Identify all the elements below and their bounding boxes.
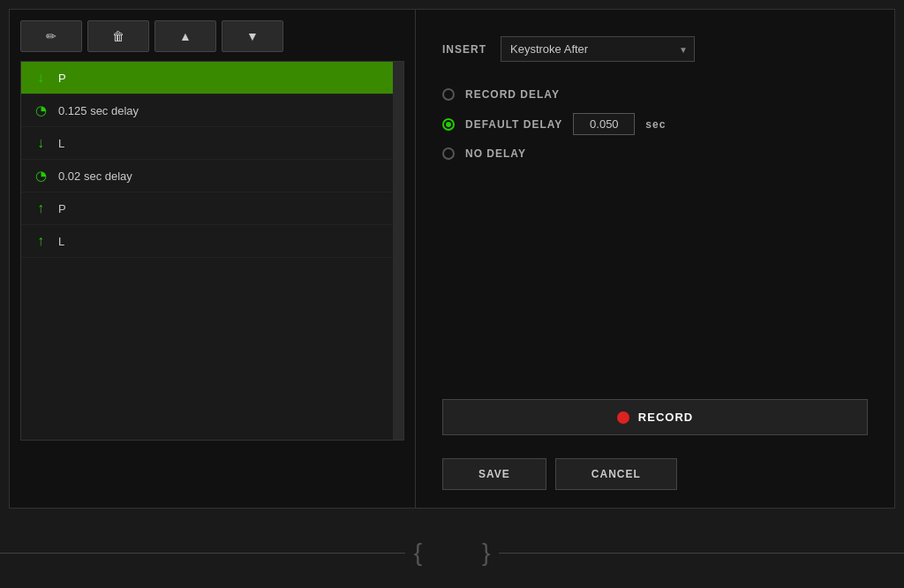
- record-delay-option[interactable]: RECORD DELAY: [442, 88, 868, 101]
- arrow-down-icon: ↓: [32, 134, 49, 152]
- item-label: L: [58, 235, 64, 248]
- delete-button[interactable]: 🗑: [87, 20, 149, 52]
- bracket-left: {: [414, 540, 422, 565]
- spacer: [442, 177, 868, 355]
- bottom-bracket: { }: [405, 540, 500, 565]
- action-buttons: SAVE CANCEL: [442, 458, 868, 490]
- delay-options: RECORD DELAY DEFAULT DELAY sec NO DELAY: [442, 88, 868, 160]
- edit-icon: ✏: [46, 29, 56, 43]
- list-item[interactable]: ↑ P: [21, 192, 403, 225]
- trash-icon: 🗑: [112, 29, 124, 43]
- save-button[interactable]: SAVE: [442, 458, 546, 490]
- clock-icon: ◔: [32, 167, 49, 185]
- move-down-button[interactable]: ▼: [222, 20, 283, 52]
- insert-label: INSERT: [442, 43, 486, 56]
- default-delay-radio[interactable]: [442, 118, 455, 131]
- toolbar: ✏ 🗑 ▲ ▼: [20, 20, 404, 52]
- bottom-bar: { }: [0, 517, 904, 588]
- item-label: P: [58, 202, 66, 215]
- no-delay-label: NO DELAY: [465, 147, 526, 160]
- scrollbar[interactable]: [393, 62, 403, 440]
- delay-input[interactable]: [573, 113, 635, 135]
- item-label: L: [58, 137, 64, 150]
- no-delay-option[interactable]: NO DELAY: [442, 147, 868, 160]
- list-item[interactable]: ◔ 0.02 sec delay: [21, 160, 403, 192]
- item-label: P: [58, 72, 66, 85]
- arrow-up-icon: ↑: [32, 200, 49, 217]
- sec-label: sec: [645, 118, 666, 131]
- clock-icon: ◔: [32, 102, 49, 119]
- item-label: 0.125 sec delay: [58, 104, 139, 117]
- move-up-button[interactable]: ▲: [154, 20, 216, 52]
- macro-list: ↓ P ◔ 0.125 sec delay ↓ L ◔ 0.02 sec del…: [20, 61, 404, 441]
- default-delay-label: DEFAULT DELAY: [465, 118, 562, 131]
- right-panel: INSERT Keystroke After Keystroke Before …: [416, 10, 894, 508]
- insert-row: INSERT Keystroke After Keystroke Before …: [442, 36, 868, 62]
- insert-select[interactable]: Keystroke After Keystroke Before Beginni…: [501, 36, 695, 62]
- chevron-up-icon: ▲: [179, 29, 192, 43]
- record-delay-label: RECORD DELAY: [465, 88, 560, 101]
- list-item[interactable]: ◔ 0.125 sec delay: [21, 94, 403, 127]
- default-delay-option[interactable]: DEFAULT DELAY sec: [442, 113, 868, 135]
- no-delay-radio[interactable]: [442, 147, 455, 160]
- insert-select-wrapper: Keystroke After Keystroke Before Beginni…: [501, 36, 695, 62]
- record-label: RECORD: [638, 411, 693, 424]
- arrow-down-icon: ↓: [32, 69, 49, 87]
- record-delay-radio[interactable]: [442, 88, 455, 101]
- left-panel: ✏ 🗑 ▲ ▼ ↓ P: [10, 10, 416, 508]
- bracket-right: }: [482, 540, 490, 565]
- chevron-down-icon: ▼: [246, 29, 259, 43]
- item-label: 0.02 sec delay: [58, 170, 132, 183]
- edit-button[interactable]: ✏: [20, 20, 82, 52]
- arrow-up-icon: ↑: [32, 232, 49, 250]
- list-item[interactable]: ↑ L: [21, 225, 403, 258]
- list-item[interactable]: ↓ L: [21, 127, 403, 160]
- cancel-button[interactable]: CANCEL: [555, 458, 677, 490]
- record-dot-icon: [617, 411, 629, 424]
- record-button[interactable]: RECORD: [442, 399, 868, 435]
- list-item[interactable]: ↓ P: [21, 62, 403, 94]
